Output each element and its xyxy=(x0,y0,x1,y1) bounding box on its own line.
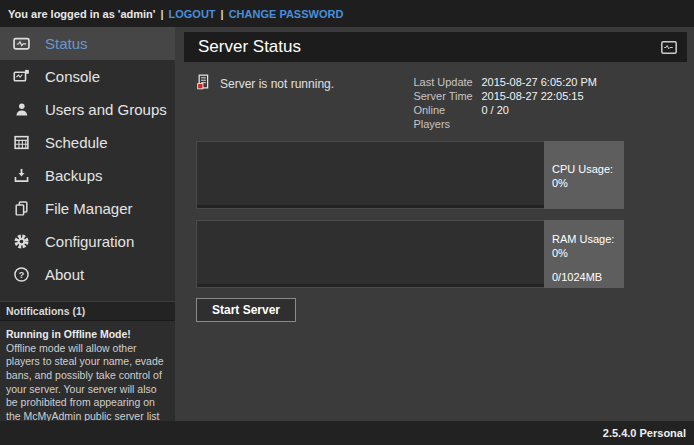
schedule-icon xyxy=(13,134,30,151)
start-server-button[interactable]: Start Server xyxy=(196,298,296,322)
logged-in-text: You are logged in as 'admin' xyxy=(8,8,155,20)
ram-usage-label: RAM Usage: xyxy=(552,232,624,246)
notifications-header: Notifications (1) xyxy=(0,301,175,321)
sidebar-item-label: Status xyxy=(45,35,88,52)
top-bar: You are logged in as 'admin' | LOGOUT | … xyxy=(0,0,694,27)
sidebar-item-console[interactable]: Console xyxy=(0,60,175,93)
ram-usage-gauge: RAM Usage: 0% 0/1024MB xyxy=(196,220,624,288)
status-icon xyxy=(661,41,677,54)
notification-title: Running in Offline Mode! xyxy=(6,328,169,342)
cpu-usage-panel: CPU Usage: 0% xyxy=(544,141,624,209)
gear-icon xyxy=(13,233,30,250)
ram-usage-value: 0% xyxy=(552,246,624,260)
sidebar-item-label: About xyxy=(45,266,84,283)
server-state: Server is not running. xyxy=(196,75,413,91)
sidebar: Status Console Users and Groups Schedule xyxy=(0,27,175,421)
cpu-usage-label: CPU Usage: xyxy=(552,162,624,176)
cpu-usage-gauge: CPU Usage: 0% xyxy=(196,141,624,209)
info-value: 0 / 20 xyxy=(481,103,509,131)
change-password-link[interactable]: CHANGE PASSWORD xyxy=(229,8,344,20)
sidebar-item-backups[interactable]: Backups xyxy=(0,159,175,192)
server-status-row: Server is not running. Last Update 2015-… xyxy=(196,75,675,131)
page-title: Server Status xyxy=(198,37,301,57)
sidebar-item-label: Configuration xyxy=(45,233,134,250)
sidebar-item-schedule[interactable]: Schedule xyxy=(0,126,175,159)
svg-text:?: ? xyxy=(19,270,25,280)
info-row-last-update: Last Update 2015-08-27 6:05:20 PM xyxy=(413,75,597,89)
cpu-usage-value: 0% xyxy=(552,176,624,190)
separator: | xyxy=(160,8,163,20)
ram-usage-panel: RAM Usage: 0% 0/1024MB xyxy=(544,220,624,288)
sidebar-item-about[interactable]: ? About xyxy=(0,258,175,291)
server-info-table: Last Update 2015-08-27 6:05:20 PM Server… xyxy=(413,75,597,131)
users-icon xyxy=(13,101,30,118)
info-label: Last Update xyxy=(413,75,481,89)
sidebar-item-label: File Manager xyxy=(45,200,133,217)
version-label: 2.5.4.0 Personal xyxy=(603,427,686,439)
info-row-server-time: Server Time 2015-08-27 22:05:15 xyxy=(413,89,597,103)
sidebar-item-configuration[interactable]: Configuration xyxy=(0,225,175,258)
info-value: 2015-08-27 22:05:15 xyxy=(481,89,583,103)
file-manager-icon xyxy=(13,200,30,217)
question-icon: ? xyxy=(13,266,30,283)
separator: | xyxy=(221,8,224,20)
server-stopped-icon xyxy=(196,74,211,90)
page-header: Server Status xyxy=(184,32,687,62)
sidebar-item-label: Users and Groups xyxy=(45,101,167,118)
main-panel: Server Status Server is not running. Las… xyxy=(175,27,694,421)
server-state-message: Server is not running. xyxy=(220,75,334,91)
logout-link[interactable]: LOGOUT xyxy=(169,8,216,20)
body-row: Status Console Users and Groups Schedule xyxy=(0,27,694,421)
sidebar-item-label: Backups xyxy=(45,167,103,184)
mcmyadmin-window: You are logged in as 'admin' | LOGOUT | … xyxy=(0,0,694,445)
console-icon xyxy=(13,68,30,85)
footer-bar: 2.5.4.0 Personal xyxy=(0,421,694,445)
info-label: Online Players xyxy=(413,103,481,131)
ram-usage-detail: 0/1024MB xyxy=(552,270,624,284)
info-label: Server Time xyxy=(413,89,481,103)
status-icon xyxy=(13,35,30,52)
sidebar-item-label: Console xyxy=(45,68,100,85)
sidebar-item-file-manager[interactable]: File Manager xyxy=(0,192,175,225)
cpu-usage-chart xyxy=(196,141,544,209)
sidebar-item-status[interactable]: Status xyxy=(0,27,175,60)
info-value: 2015-08-27 6:05:20 PM xyxy=(481,75,597,89)
backups-icon xyxy=(13,167,30,184)
sidebar-item-users-and-groups[interactable]: Users and Groups xyxy=(0,93,175,126)
ram-usage-chart xyxy=(196,220,544,288)
info-row-online-players: Online Players 0 / 20 xyxy=(413,103,597,131)
sidebar-item-label: Schedule xyxy=(45,134,108,151)
